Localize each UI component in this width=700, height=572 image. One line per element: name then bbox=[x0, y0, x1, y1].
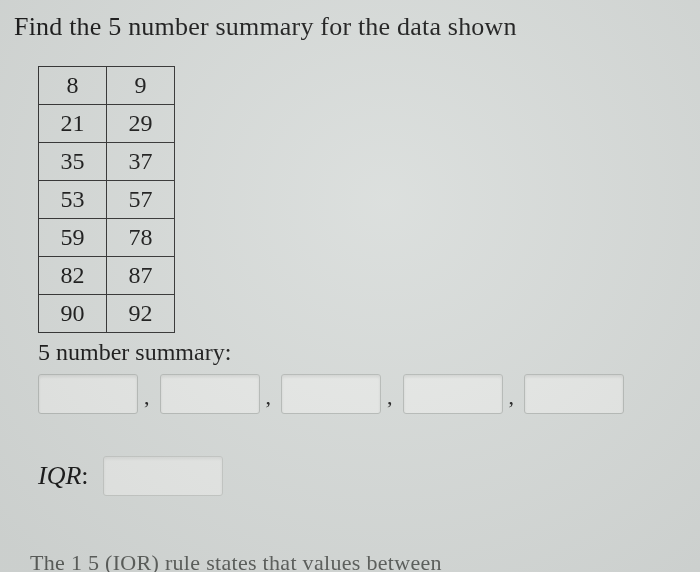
iqr-input[interactable] bbox=[103, 456, 223, 496]
separator: , bbox=[144, 384, 150, 410]
table-cell: 59 bbox=[39, 219, 107, 257]
summary-label: 5 number summary: bbox=[38, 339, 686, 366]
q1-input[interactable] bbox=[160, 374, 260, 414]
table-cell: 21 bbox=[39, 105, 107, 143]
table-row: 90 92 bbox=[39, 295, 175, 333]
table-cell: 82 bbox=[39, 257, 107, 295]
q3-input[interactable] bbox=[403, 374, 503, 414]
table-cell: 90 bbox=[39, 295, 107, 333]
median-input[interactable] bbox=[281, 374, 381, 414]
question-text: Find the 5 number summary for the data s… bbox=[14, 12, 686, 42]
iqr-label: IQR: bbox=[38, 461, 89, 491]
table-row: 82 87 bbox=[39, 257, 175, 295]
table-cell: 53 bbox=[39, 181, 107, 219]
iqr-row: IQR: bbox=[38, 456, 686, 496]
table-cell: 8 bbox=[39, 67, 107, 105]
table-row: 21 29 bbox=[39, 105, 175, 143]
table-cell: 57 bbox=[107, 181, 175, 219]
table-row: 53 57 bbox=[39, 181, 175, 219]
separator: , bbox=[509, 384, 515, 410]
cutoff-text: The 1 5 (IOR) rule states that values be… bbox=[30, 550, 690, 572]
table-cell: 78 bbox=[107, 219, 175, 257]
min-input[interactable] bbox=[38, 374, 138, 414]
separator: , bbox=[387, 384, 393, 410]
iqr-colon: : bbox=[81, 461, 88, 490]
iqr-label-text: IQR bbox=[38, 461, 81, 490]
table-cell: 35 bbox=[39, 143, 107, 181]
five-number-summary-inputs: , , , , bbox=[38, 374, 686, 414]
table-row: 59 78 bbox=[39, 219, 175, 257]
table-cell: 9 bbox=[107, 67, 175, 105]
table-cell: 29 bbox=[107, 105, 175, 143]
table-cell: 92 bbox=[107, 295, 175, 333]
separator: , bbox=[266, 384, 272, 410]
table-cell: 37 bbox=[107, 143, 175, 181]
data-table: 8 9 21 29 35 37 53 57 59 78 82 87 90 92 bbox=[38, 66, 175, 333]
table-row: 8 9 bbox=[39, 67, 175, 105]
table-row: 35 37 bbox=[39, 143, 175, 181]
table-cell: 87 bbox=[107, 257, 175, 295]
max-input[interactable] bbox=[524, 374, 624, 414]
